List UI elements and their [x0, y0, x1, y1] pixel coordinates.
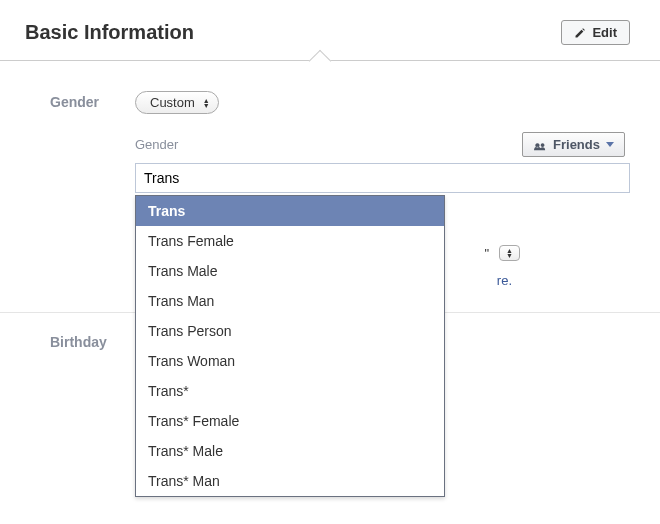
- gender-input[interactable]: [135, 163, 630, 193]
- section-title: Basic Information: [25, 21, 194, 44]
- gender-select[interactable]: Custom ▲▼: [135, 91, 219, 114]
- dropdown-item[interactable]: Trans* Male: [136, 436, 444, 466]
- dropdown-item[interactable]: Trans Man: [136, 286, 444, 316]
- audience-selector[interactable]: Friends: [522, 132, 625, 157]
- dropdown-item[interactable]: Trans: [136, 196, 444, 226]
- dropdown-item[interactable]: Trans Woman: [136, 346, 444, 376]
- dropdown-item[interactable]: Trans Female: [136, 226, 444, 256]
- friends-icon: [533, 139, 547, 151]
- custom-gender-block: Gender Friends TransTrans FemaleTrans Ma…: [135, 132, 630, 193]
- caret-down-icon: [606, 142, 614, 147]
- updown-icon: ▲▼: [203, 98, 210, 108]
- pencil-icon: [574, 27, 586, 39]
- dropdown-item[interactable]: Trans Male: [136, 256, 444, 286]
- birthday-label: Birthday: [50, 331, 135, 350]
- custom-gender-header: Gender Friends: [135, 132, 630, 157]
- form-section: Gender Custom ▲▼ Gender Friends TransTra…: [0, 61, 660, 380]
- gender-label: Gender: [50, 91, 135, 110]
- gender-select-value: Custom: [150, 95, 195, 110]
- section-header: Basic Information Edit: [0, 0, 660, 61]
- quote-fragment: ": [484, 246, 489, 261]
- edit-button[interactable]: Edit: [561, 20, 630, 45]
- gender-content: Custom ▲▼ Gender Friends TransTrans Fema…: [135, 91, 630, 288]
- updown-icon: ▲▼: [506, 248, 513, 258]
- gender-autocomplete-dropdown: TransTrans FemaleTrans MaleTrans ManTran…: [135, 195, 445, 497]
- dropdown-item[interactable]: Trans Person: [136, 316, 444, 346]
- gender-row: Gender Custom ▲▼ Gender Friends TransTra…: [50, 91, 630, 288]
- dropdown-item[interactable]: Trans* Man: [136, 466, 444, 496]
- dropdown-item[interactable]: Trans*: [136, 376, 444, 406]
- dropdown-item[interactable]: Trans* Female: [136, 406, 444, 436]
- edit-label: Edit: [592, 25, 617, 40]
- audience-label: Friends: [553, 137, 600, 152]
- obscured-stepper[interactable]: ▲▼: [499, 245, 520, 261]
- custom-gender-label: Gender: [135, 137, 178, 152]
